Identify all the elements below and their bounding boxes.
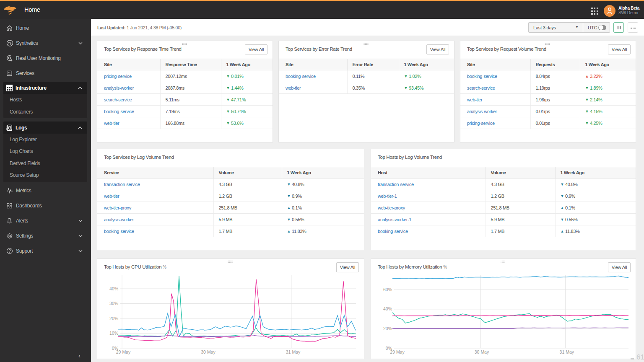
svg-text:30%: 30% <box>109 301 118 306</box>
svg-text:29 May: 29 May <box>390 349 405 354</box>
svg-text:10%: 10% <box>109 331 118 336</box>
svg-text:40%: 40% <box>383 306 392 311</box>
svg-text:29 May: 29 May <box>116 349 131 354</box>
svg-text:30 May: 30 May <box>475 349 489 354</box>
svg-text:20%: 20% <box>383 326 392 331</box>
svg-text:20%: 20% <box>109 316 118 321</box>
svg-text:60%: 60% <box>383 287 392 292</box>
svg-text:30 May: 30 May <box>201 349 216 354</box>
svg-text:40%: 40% <box>109 286 118 291</box>
svg-text:31 May: 31 May <box>560 349 574 354</box>
svg-text:31 May: 31 May <box>286 349 301 354</box>
